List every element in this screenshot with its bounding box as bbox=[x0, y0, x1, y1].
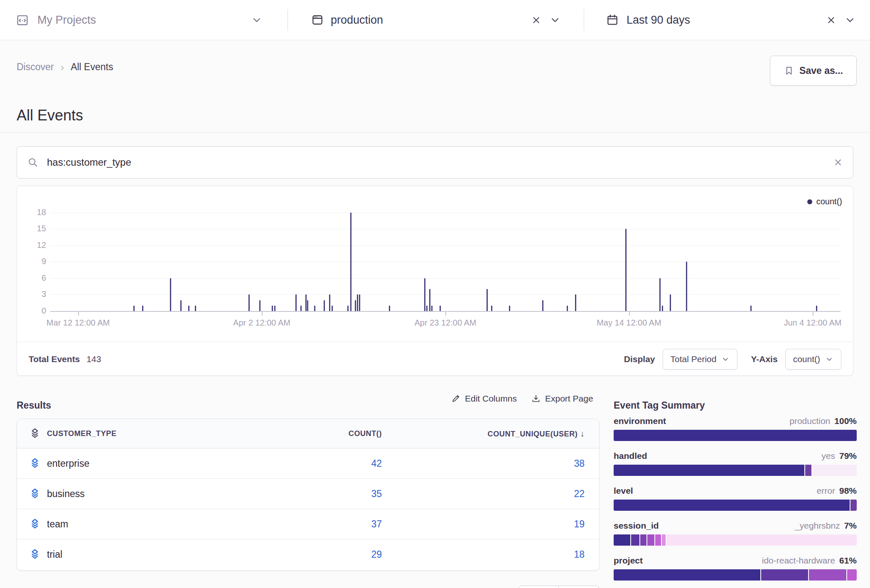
y-axis-tick-label: 18 bbox=[21, 208, 46, 217]
edit-columns-button[interactable]: Edit Columns bbox=[451, 394, 517, 404]
tag-bar-segment bbox=[666, 534, 857, 546]
export-page-button[interactable]: Export Page bbox=[531, 394, 593, 404]
tag-bar-segment bbox=[850, 500, 857, 511]
results-table: CUSTOMER_TYPE COUNT() COUNT_UNIQUE(USER)… bbox=[17, 419, 600, 571]
tag-top-value-label: error bbox=[817, 486, 835, 496]
chart-spike bbox=[357, 294, 358, 311]
search-bar[interactable]: has:customer_type bbox=[17, 146, 853, 179]
count-value-link[interactable]: 35 bbox=[257, 488, 382, 500]
date-chevron-down-icon[interactable] bbox=[844, 14, 856, 26]
environment-clear-icon[interactable] bbox=[531, 15, 541, 25]
chart-spike bbox=[575, 294, 576, 311]
tag-distribution-bar[interactable] bbox=[614, 430, 857, 441]
save-as-button[interactable]: Save as... bbox=[770, 56, 857, 86]
chart-spike bbox=[295, 294, 297, 311]
pagination-next-button[interactable] bbox=[559, 586, 599, 588]
customer-type-value: team bbox=[47, 519, 257, 530]
count-value-link[interactable]: 29 bbox=[257, 549, 382, 560]
tag-distribution-bar[interactable] bbox=[614, 500, 857, 511]
table-row[interactable]: enterprise4238 bbox=[17, 448, 599, 478]
tag-bar-segment bbox=[805, 465, 811, 476]
table-row[interactable]: business3522 bbox=[17, 478, 599, 509]
chart-spike bbox=[307, 300, 308, 311]
chart-spike bbox=[350, 213, 351, 311]
column-header-count-unique-user[interactable]: COUNT_UNIQUE(USER)↓ bbox=[382, 429, 599, 439]
search-query-input[interactable]: has:customer_type bbox=[47, 157, 825, 168]
x-axis-tick bbox=[629, 312, 630, 316]
tag-name: environment bbox=[614, 416, 666, 426]
header-divider bbox=[0, 132, 870, 132]
chart-spike bbox=[332, 306, 333, 311]
chart-footer: Total Events 143 Display Total Period Y-… bbox=[17, 342, 853, 376]
y-axis-tick-label: 9 bbox=[21, 257, 46, 266]
project-filter-label[interactable]: My Projects bbox=[37, 0, 96, 40]
column-header-count-unique-user-label: COUNT_UNIQUE(USER) bbox=[488, 430, 578, 438]
count-unique-user-value-link[interactable]: 18 bbox=[382, 549, 599, 560]
chart-spike bbox=[180, 300, 182, 311]
chart-legend[interactable]: count() bbox=[807, 197, 842, 206]
count-unique-user-value-link[interactable]: 22 bbox=[382, 488, 599, 500]
chart-spike bbox=[300, 306, 302, 311]
tag-top-value: production100% bbox=[789, 416, 857, 426]
environment-chevron-down-icon[interactable] bbox=[549, 14, 561, 26]
total-events-label: Total Events bbox=[29, 354, 80, 364]
tag-distribution-bar[interactable] bbox=[614, 569, 857, 581]
tag-bar-segment bbox=[809, 569, 846, 581]
chart-spike bbox=[314, 306, 315, 311]
tag-name: level bbox=[614, 486, 633, 496]
column-header-customer-type[interactable]: CUSTOMER_TYPE bbox=[47, 429, 257, 438]
chart-spike bbox=[324, 300, 325, 311]
results-table-header: CUSTOMER_TYPE COUNT() COUNT_UNIQUE(USER)… bbox=[17, 419, 599, 448]
search-clear-icon[interactable] bbox=[833, 157, 843, 167]
chart-plot-area[interactable]: count() 0369121518Mar 12 12:00 AMApr 2 1… bbox=[17, 186, 853, 342]
table-row[interactable]: team3719 bbox=[17, 509, 599, 539]
tag-summary-row: environmentproduction100% bbox=[614, 416, 857, 441]
count-value-link[interactable]: 42 bbox=[257, 458, 382, 469]
tag-name: handled bbox=[614, 451, 647, 461]
chart-spike bbox=[389, 306, 390, 311]
chart-spike bbox=[659, 278, 661, 311]
table-row[interactable]: trial2918 bbox=[17, 539, 599, 569]
count-value-link[interactable]: 37 bbox=[257, 519, 382, 530]
y-axis-tick-label: 6 bbox=[21, 273, 46, 283]
chart-gridline bbox=[50, 262, 841, 262]
chart-spike bbox=[170, 278, 171, 311]
tag-top-value-label: yes bbox=[821, 451, 835, 461]
tag-distribution-bar[interactable] bbox=[614, 534, 857, 546]
chart-spike bbox=[359, 294, 360, 311]
chart-spike bbox=[305, 294, 307, 311]
display-label: Display bbox=[624, 354, 655, 364]
chart-spike bbox=[429, 289, 430, 311]
pagination-previous-button[interactable] bbox=[519, 586, 559, 588]
tag-bar-segment bbox=[647, 534, 654, 546]
tag-top-value-percent: 7% bbox=[844, 521, 857, 531]
y-axis-label: Y-Axis bbox=[751, 354, 777, 364]
tag-distribution-bar[interactable] bbox=[614, 465, 857, 476]
sort-descending-icon: ↓ bbox=[580, 429, 585, 438]
tag-top-value-percent: 98% bbox=[839, 486, 857, 496]
topbar-divider bbox=[288, 9, 288, 31]
tag-bar-segment bbox=[614, 430, 857, 441]
date-clear-icon[interactable] bbox=[826, 15, 836, 25]
results-heading: Results bbox=[17, 400, 51, 411]
chart-spike bbox=[424, 278, 425, 311]
chart-spike bbox=[329, 294, 330, 311]
stack-icon bbox=[17, 548, 47, 561]
count-unique-user-value-link[interactable]: 19 bbox=[382, 519, 599, 530]
count-unique-user-value-link[interactable]: 38 bbox=[382, 458, 599, 469]
environment-filter-label[interactable]: production bbox=[331, 0, 383, 40]
breadcrumb-discover-link[interactable]: Discover bbox=[17, 61, 54, 73]
tag-top-value: _yeghrsbnz7% bbox=[795, 521, 857, 531]
chart-spike bbox=[567, 306, 568, 311]
project-filter-chevron-down-icon[interactable] bbox=[251, 14, 263, 26]
top-filter-bar: My Projects production Last 90 days bbox=[0, 0, 870, 40]
stack-icon bbox=[17, 518, 47, 530]
date-filter-label[interactable]: Last 90 days bbox=[627, 0, 690, 40]
tag-bar-segment bbox=[655, 534, 661, 546]
chart-spike bbox=[662, 306, 663, 311]
y-axis-dropdown[interactable]: count() bbox=[785, 349, 841, 370]
customer-type-value: enterprise bbox=[47, 458, 257, 469]
chevron-down-icon bbox=[825, 355, 833, 363]
column-header-count[interactable]: COUNT() bbox=[257, 429, 382, 438]
display-dropdown[interactable]: Total Period bbox=[663, 349, 738, 370]
